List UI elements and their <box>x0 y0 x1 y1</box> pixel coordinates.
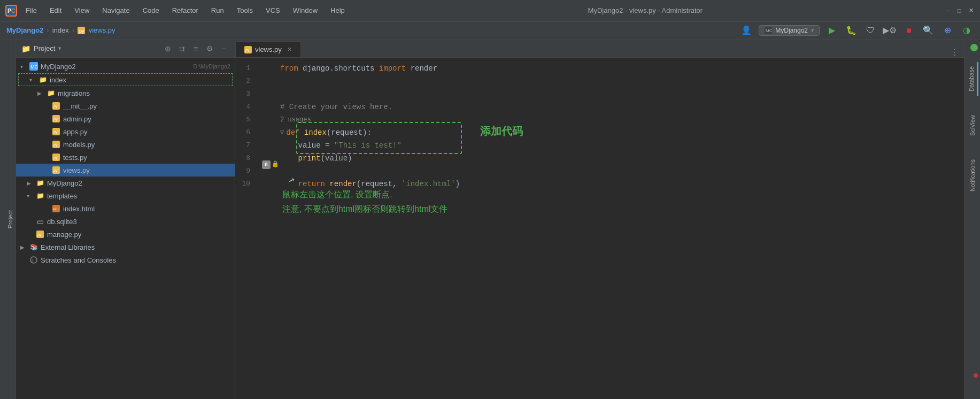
breadcrumb-sep2: › <box>72 26 74 34</box>
menu-help[interactable]: Help <box>328 5 347 16</box>
breadcrumb-file[interactable]: py views.py <box>78 26 115 35</box>
minimize-button[interactable]: − <box>944 7 951 14</box>
settings-btn[interactable]: ⚙ <box>204 43 215 55</box>
root-icon: MC <box>29 62 38 71</box>
project-tab[interactable]: Project <box>5 208 16 231</box>
menu-edit[interactable]: Edit <box>48 5 64 16</box>
notifications-badge <box>974 373 978 378</box>
run-button[interactable]: ▶ <box>825 24 839 37</box>
tree-init[interactable]: py __init__.py <box>16 99 235 112</box>
tree-root[interactable]: ▾ MC MyDjango2 D:\MyDjango2 <box>16 60 235 73</box>
code-line-10 <box>280 190 955 203</box>
window-controls: − □ ✕ <box>944 7 975 14</box>
tree-tests[interactable]: py tests.py <box>16 151 235 164</box>
profile-button[interactable]: 👤 <box>739 24 753 37</box>
sciview-panel-tab[interactable]: SciView <box>967 111 978 140</box>
svg-text:py: py <box>79 28 84 34</box>
stop-button[interactable]: ■ <box>902 24 916 37</box>
svg-text:py: py <box>53 156 58 160</box>
external-libs-icon: 📚 <box>29 242 38 252</box>
code-line-9: return render(request, 'index.html') <box>280 178 955 190</box>
menu-view[interactable]: View <box>72 5 91 16</box>
menu-code[interactable]: Code <box>141 5 161 16</box>
run-config[interactable]: MC MyDjango2 ▾ <box>759 25 820 36</box>
tree-scratches[interactable]: s Scratches and Consoles <box>16 254 235 266</box>
tree-migrations[interactable]: ▶ 📁 migrations <box>16 87 235 99</box>
close-button[interactable]: ✕ <box>967 7 975 14</box>
menu-run[interactable]: Run <box>209 5 226 16</box>
tree-index-folder[interactable]: ▾ 📁 index <box>18 73 233 86</box>
tree-admin[interactable]: py admin.py <box>16 112 235 125</box>
code-line-7: print(value) <box>280 152 955 165</box>
tree-templates[interactable]: ▾ 📁 templates <box>16 189 235 202</box>
tree-external-libs[interactable]: ▶ 📚 External Libraries <box>16 241 235 254</box>
svg-text:py: py <box>245 48 250 52</box>
expand-btn[interactable]: ≡ <box>190 43 202 55</box>
tab-views-py[interactable]: py views.py ✕ <box>235 41 301 57</box>
code-area: py views.py ✕ ⋮ 1 2 3 4 5 6 7 8 9 10 <box>235 40 964 399</box>
code-line-3 <box>280 88 955 101</box>
close-panel-btn[interactable]: − <box>218 43 229 55</box>
menu-refactor[interactable]: Refactor <box>170 5 200 16</box>
code-line-1: from django.shortcuts import render <box>280 62 955 75</box>
tree-models[interactable]: py models.py <box>16 138 235 151</box>
menu-file[interactable]: File <box>24 5 39 16</box>
tree-manage[interactable]: py manage.py <box>16 228 235 241</box>
breakpoint-marker[interactable]: H <box>262 160 271 169</box>
add-file-btn[interactable]: ⊕ <box>162 43 174 55</box>
admin-icon: py <box>51 114 61 124</box>
debug-button[interactable]: 🐛 <box>844 24 858 37</box>
update-button[interactable]: ◑ <box>960 24 974 37</box>
code-line-8 <box>280 165 955 178</box>
tab-more-btn[interactable]: ⋮ <box>945 47 964 57</box>
svg-text:py: py <box>37 233 42 237</box>
tab-bar: py views.py ✕ ⋮ <box>235 40 964 58</box>
menu-tools[interactable]: Tools <box>235 5 255 16</box>
index-folder-icon: 📁 <box>38 75 48 85</box>
models-icon: py <box>51 140 61 149</box>
code-line-5: ▽ def index(request): <box>280 126 955 139</box>
title-bar: P C File Edit View Navigate Code Refacto… <box>0 0 980 21</box>
menu-window[interactable]: Window <box>291 5 320 16</box>
tree-views[interactable]: py views.py <box>16 164 235 177</box>
gutter[interactable]: H 🔒 <box>261 58 272 399</box>
svg-text:s: s <box>32 258 34 262</box>
usages-line: 2 usages <box>280 113 955 126</box>
tab-close-btn[interactable]: ✕ <box>287 46 292 53</box>
svg-text:py: py <box>53 130 58 134</box>
svg-text:C: C <box>11 7 16 14</box>
indexhtml-icon: htm <box>51 204 61 213</box>
breadcrumb-root[interactable]: MyDjango2 <box>6 26 43 34</box>
menu-vcs[interactable]: VCS <box>264 5 282 16</box>
code-line-4: # Create your views here. <box>280 101 955 113</box>
migrations-icon: 📁 <box>46 88 56 98</box>
line-numbers: 1 2 3 4 5 6 7 8 9 10 <box>235 58 261 399</box>
search-button[interactable]: 🔍 <box>921 24 935 37</box>
maximize-button[interactable]: □ <box>955 7 963 14</box>
title-bar-left: P C File Edit View Navigate Code Refacto… <box>5 5 347 17</box>
tree-apps[interactable]: py apps.py <box>16 125 235 138</box>
nav-bar: MyDjango2 › index › py views.py 👤 MC MyD… <box>0 21 980 40</box>
coverage-button[interactable]: 🛡 <box>863 24 877 37</box>
svg-text:py: py <box>53 104 58 109</box>
code-content[interactable]: from django.shortcuts import render # Cr… <box>272 58 964 399</box>
nav-right: 👤 MC MyDjango2 ▾ ▶ 🐛 🛡 ▶⚙ ■ 🔍 ⊕ ◑ <box>739 24 974 37</box>
init-icon: py <box>51 101 61 111</box>
code-line-2 <box>280 75 955 88</box>
project-panel: 📁 Project ▾ ⊕ ⇉ ≡ ⚙ − ▾ MC MyDjango2 D:\… <box>16 40 235 399</box>
tree-mydjango2[interactable]: ▶ 📁 MyDjango2 <box>16 177 235 189</box>
collapse-btn[interactable]: ⇉ <box>176 43 188 55</box>
run-with-options[interactable]: ▶⚙ <box>883 24 897 37</box>
database-panel-tab[interactable]: Database <box>966 62 978 96</box>
tree-db[interactable]: 🗃 db.sqlite3 <box>16 215 235 228</box>
code-editor[interactable]: 1 2 3 4 5 6 7 8 9 10 H 🔒 <box>235 58 964 399</box>
tree-indexhtml[interactable]: htm index.html <box>16 202 235 215</box>
plugins-button[interactable]: ⊕ <box>940 24 954 37</box>
svg-text:MC: MC <box>766 28 772 33</box>
menu-navigate[interactable]: Navigate <box>100 5 132 16</box>
window-title: MyDjango2 - views.py - Administrator <box>588 6 703 14</box>
mydjango2-icon: 📁 <box>35 178 45 188</box>
svg-text:py: py <box>53 117 58 121</box>
breadcrumb-index[interactable]: index <box>52 26 69 34</box>
notifications-panel-tab[interactable]: Notifications <box>967 155 978 196</box>
